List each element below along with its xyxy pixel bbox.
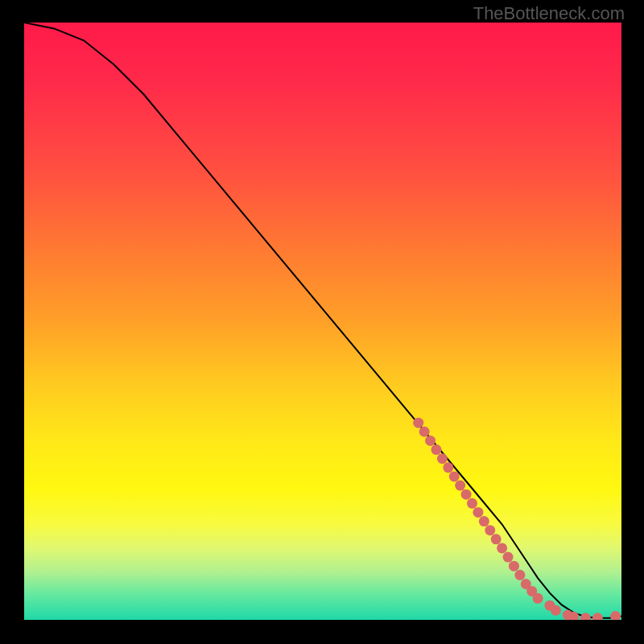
marker-point — [509, 561, 519, 572]
marker-point — [491, 534, 502, 544]
marker-point — [419, 427, 430, 437]
watermark-text: TheBottleneck.com — [473, 3, 625, 24]
marker-point — [533, 593, 543, 604]
marker-point — [437, 453, 448, 464]
plot-area — [24, 23, 621, 620]
marker-point — [485, 525, 495, 535]
marker-point — [413, 418, 423, 428]
marker-point — [461, 489, 472, 500]
marker-point — [551, 605, 561, 616]
marker-point — [443, 462, 453, 473]
chart-svg — [24, 23, 621, 620]
marker-point — [425, 436, 436, 446]
marker-point — [610, 611, 621, 620]
marker-group — [413, 418, 621, 620]
marker-point — [431, 444, 441, 455]
marker-point — [497, 543, 507, 553]
marker-point — [467, 498, 477, 509]
marker-point — [514, 570, 525, 580]
marker-point — [592, 613, 603, 620]
chart-container: TheBottleneck.com — [0, 0, 644, 644]
marker-point — [473, 507, 483, 518]
marker-point — [580, 613, 591, 620]
marker-point — [479, 516, 489, 526]
marker-point — [455, 481, 465, 491]
marker-point — [503, 552, 514, 563]
main-curve-line — [24, 23, 621, 618]
marker-point — [449, 471, 460, 481]
